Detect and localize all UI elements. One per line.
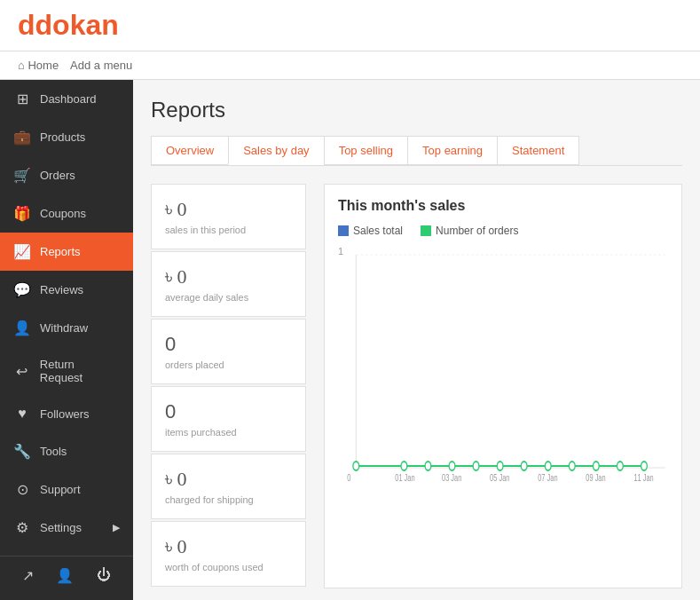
svg-point-6 (449, 462, 455, 470)
stat-value-charged-shipping: ৳ 0 (165, 468, 292, 491)
products-icon: 💼 (13, 129, 31, 146)
sidebar-item-orders[interactable]: 🛒 Orders (0, 156, 133, 194)
nav-home[interactable]: Home (28, 59, 59, 72)
support-icon: ⊙ (13, 481, 31, 498)
sidebar-item-support[interactable]: ⊙ Support (0, 470, 133, 509)
settings-icon: ⚙ (13, 519, 31, 536)
stat-coupons-used: ৳ 0 worth of coupons used (151, 521, 306, 587)
reports-layout: ৳ 0 sales in this period ৳ 0 average dai… (151, 184, 682, 588)
legend-sales-total: Sales total (338, 225, 403, 237)
sidebar-label-orders: Orders (40, 169, 75, 182)
sidebar-label-coupons: Coupons (40, 207, 86, 220)
legend-num-orders: Number of orders (421, 225, 518, 237)
sidebar-item-tools[interactable]: 🔧 Tools (0, 432, 133, 470)
nav-add-menu[interactable]: Add a menu (70, 59, 132, 72)
svg-point-13 (617, 462, 624, 470)
sidebar-label-followers: Followers (40, 407, 90, 421)
sidebar-label-reports: Reports (40, 245, 81, 258)
stat-items-purchased: 0 items purchased (151, 386, 306, 452)
stat-value-avg-daily: ৳ 0 (165, 265, 292, 288)
svg-point-8 (497, 462, 503, 470)
svg-point-9 (521, 462, 527, 470)
stat-label-sales-period: sales in this period (165, 225, 292, 235)
sidebar-label-tools: Tools (40, 445, 67, 458)
sidebar-item-followers[interactable]: ♥ Followers (0, 395, 133, 432)
stats-panel: ৳ 0 sales in this period ৳ 0 average dai… (151, 184, 306, 588)
power-icon[interactable]: ⏻ (97, 567, 111, 584)
tab-overview[interactable]: Overview (151, 136, 229, 165)
tab-top-earning[interactable]: Top earning (407, 136, 498, 165)
stat-avg-daily: ৳ 0 average daily sales (151, 251, 306, 317)
stat-value-items-purchased: 0 (165, 400, 292, 423)
page-title: Reports (151, 98, 682, 122)
sidebar-item-dashboard[interactable]: ⊞ Dashboard (0, 80, 133, 118)
tab-sales-by-day[interactable]: Sales by day (228, 136, 324, 165)
svg-point-3 (353, 462, 359, 470)
legend-sales-total-label: Sales total (353, 225, 403, 237)
external-link-icon[interactable]: ↗ (22, 567, 34, 584)
sidebar-label-withdraw: Withdraw (40, 321, 88, 335)
stat-value-sales-period: ৳ 0 (165, 198, 292, 221)
svg-text:0: 0 (347, 471, 350, 483)
sidebar-label-support: Support (40, 483, 81, 496)
stat-orders-placed: 0 orders placed (151, 319, 306, 384)
stat-charged-shipping: ৳ 0 charged for shipping (151, 454, 306, 519)
logo: ddokan (18, 9, 682, 42)
home-icon: ⌂ (18, 59, 25, 72)
logo-text: dokan (35, 9, 119, 41)
svg-text:11 Jan: 11 Jan (633, 471, 653, 483)
chart-panel: This month's sales Sales total Number of… (324, 184, 682, 588)
stat-label-orders-placed: orders placed (165, 359, 292, 370)
followers-icon: ♥ (13, 406, 31, 422)
withdraw-icon: 👤 (13, 320, 31, 336)
sidebar-item-coupons[interactable]: 🎁 Coupons (0, 194, 133, 233)
tab-top-selling[interactable]: Top selling (324, 136, 408, 165)
sidebar-item-reports[interactable]: 📈 Reports (0, 233, 133, 271)
tools-icon: 🔧 (13, 443, 31, 460)
reports-icon: 📈 (13, 243, 31, 260)
stat-value-orders-placed: 0 (165, 333, 292, 356)
stat-sales-period: ৳ 0 sales in this period (151, 184, 306, 249)
sidebar-item-return-request[interactable]: ↩ Return Request (0, 347, 133, 395)
sidebar-label-dashboard: Dashboard (40, 92, 97, 106)
svg-point-4 (401, 462, 407, 470)
sidebar-label-reviews: Reviews (40, 283, 83, 296)
svg-point-12 (593, 462, 599, 470)
app-layout: ⊞ Dashboard 💼 Products 🛒 Orders 🎁 Coupon… (0, 80, 700, 600)
main-content: Reports Overview Sales by day Top sellin… (133, 80, 700, 600)
sidebar-label-return-request: Return Request (40, 358, 120, 384)
sidebar-label-settings: Settings (40, 521, 82, 534)
legend-green-dot (421, 225, 431, 236)
sidebar-item-settings[interactable]: ⚙ Settings ▶ (0, 509, 133, 547)
header: ddokan (0, 0, 700, 51)
stat-label-charged-shipping: charged for shipping (165, 494, 292, 505)
legend-blue-dot (338, 225, 349, 236)
stat-value-coupons-used: ৳ 0 (165, 535, 292, 558)
chart-area: 1 (338, 246, 668, 494)
chart-title: This month's sales (338, 198, 668, 214)
sidebar-label-products: Products (40, 130, 85, 144)
sidebar-item-products[interactable]: 💼 Products (0, 118, 133, 156)
return-request-icon: ↩ (13, 363, 31, 380)
svg-point-10 (545, 462, 551, 470)
tab-statement[interactable]: Statement (497, 136, 579, 165)
dashboard-icon: ⊞ (13, 91, 31, 107)
user-icon[interactable]: 👤 (56, 567, 74, 584)
stat-label-items-purchased: items purchased (165, 427, 292, 438)
settings-chevron-icon: ▶ (113, 522, 120, 533)
svg-text:01 Jan: 01 Jan (395, 471, 414, 483)
sidebar-item-reviews[interactable]: 💬 Reviews (0, 271, 133, 309)
svg-text:07 Jan: 07 Jan (538, 471, 557, 483)
svg-point-5 (425, 462, 431, 470)
sidebar-item-withdraw[interactable]: 👤 Withdraw (0, 309, 133, 347)
svg-point-11 (569, 462, 575, 470)
sidebar: ⊞ Dashboard 💼 Products 🛒 Orders 🎁 Coupon… (0, 80, 133, 600)
legend-num-orders-label: Number of orders (436, 225, 518, 237)
svg-text:09 Jan: 09 Jan (586, 471, 605, 483)
orders-icon: 🛒 (13, 167, 31, 184)
svg-point-14 (641, 462, 648, 470)
logo-highlight: d (18, 9, 35, 41)
stat-label-coupons-used: worth of coupons used (165, 562, 292, 572)
tabs-bar: Overview Sales by day Top selling Top ea… (151, 136, 682, 166)
stat-label-avg-daily: average daily sales (165, 292, 292, 303)
